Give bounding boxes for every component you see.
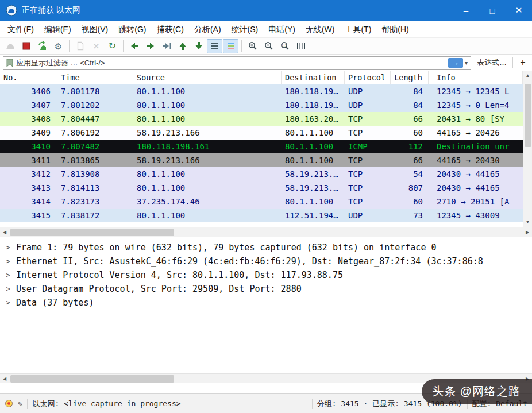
packet-cell: 80.1.1.100 (133, 112, 282, 126)
restart-capture-button[interactable] (34, 39, 50, 53)
packet-row[interactable]: 34107.807482180.118.198.16180.1.1.100ICM… (0, 140, 523, 153)
auto-scroll-button[interactable] (207, 39, 222, 53)
go-forward-button[interactable] (142, 39, 158, 53)
scrollbar-thumb[interactable] (525, 84, 531, 147)
edit-capture-comment-icon[interactable]: ✎ (18, 399, 22, 408)
add-filter-button[interactable]: + (516, 57, 529, 68)
packet-row[interactable]: 34137.81411380.1.1.10058.19.213.…TCP8072… (0, 181, 523, 195)
close-file-button[interactable]: ✕ (88, 39, 104, 53)
expression-button[interactable]: 表达式… (475, 57, 509, 68)
go-to-bottom-icon (194, 41, 204, 51)
column-header-length[interactable]: Length (391, 71, 429, 84)
menu-telephony[interactable]: 电话(Y) (263, 21, 300, 38)
zoom-in-icon (248, 41, 258, 51)
packet-cell: TCP (345, 153, 391, 167)
go-to-top-icon (178, 41, 188, 51)
packet-cell: 3411 (0, 153, 57, 167)
packet-cell: UDP (345, 98, 391, 112)
packet-row[interactable]: 34087.80444780.1.1.100180.163.20…TCP6620… (0, 112, 523, 126)
packet-list-vertical-scrollbar[interactable]: ▲ ▼ (523, 71, 532, 227)
packet-row[interactable]: 34067.80117880.1.1.100180.118.19…UDP8412… (0, 84, 523, 98)
packet-cell: 80.1.1.100 (133, 209, 282, 222)
open-file-button[interactable] (72, 39, 88, 53)
expand-chevron-icon[interactable]: > (0, 271, 16, 279)
display-filter-box: → ▾ (3, 56, 471, 70)
minimize-button[interactable]: – (453, 0, 479, 21)
packet-cell: 7.814113 (57, 181, 133, 195)
capture-options-button[interactable]: ⚙ (51, 39, 66, 53)
reload-button[interactable]: ↻ (105, 39, 120, 53)
go-to-top-button[interactable] (175, 39, 190, 53)
packet-cell: 7.823173 (57, 195, 133, 209)
colorize-packets-button[interactable] (223, 39, 238, 53)
watermark: 头条 @网络之路 (422, 379, 532, 404)
column-header-info[interactable]: Info (429, 71, 523, 84)
expert-info-icon[interactable] (5, 399, 13, 408)
menu-help[interactable]: 帮助(H) (376, 21, 414, 38)
packet-cell: 3408 (0, 112, 57, 126)
go-to-bottom-button[interactable] (191, 39, 206, 53)
packet-cell: 180.118.19… (282, 98, 345, 112)
packet-row[interactable]: 34097.80619258.19.213.16680.1.1.100TCP60… (0, 126, 523, 140)
bookmark-icon[interactable] (6, 59, 13, 67)
packet-list-horizontal-scrollbar[interactable]: ◀ ▶ (0, 227, 532, 237)
detail-line[interactable]: >Data (37 bytes) (0, 296, 532, 310)
packet-cell: 20430 → 44165 (429, 181, 523, 195)
packet-row[interactable]: 34117.81386558.19.213.16680.1.1.100TCP66… (0, 153, 523, 167)
zoom-out-icon (264, 41, 274, 51)
go-to-packet-button[interactable] (159, 39, 174, 53)
packet-cell: 37.235.174.46 (133, 195, 282, 209)
expand-chevron-icon[interactable]: > (0, 244, 16, 252)
detail-line[interactable]: >Frame 1: 79 bytes on wire (632 bits), 7… (0, 241, 532, 254)
menu-edit[interactable]: 编辑(E) (39, 21, 76, 38)
column-header-time[interactable]: Time (57, 71, 133, 84)
packet-cell: 84 (391, 84, 429, 98)
stop-capture-button[interactable] (18, 39, 34, 53)
menu-capture[interactable]: 捕获(C) (151, 21, 188, 38)
zoom-out-button[interactable] (261, 39, 276, 53)
scroll-right-icon[interactable]: ▶ (523, 230, 532, 235)
menu-go[interactable]: 跳转(G) (113, 21, 151, 38)
packet-row[interactable]: 34147.82317337.235.174.4680.1.1.100TCP60… (0, 195, 523, 209)
close-button[interactable]: ✕ (506, 0, 532, 21)
start-capture-button[interactable] (2, 39, 18, 53)
maximize-button[interactable]: □ (479, 0, 506, 21)
filter-dropdown-caret-icon[interactable]: ▾ (465, 60, 468, 66)
scroll-down-icon[interactable]: ▼ (523, 218, 532, 227)
detail-line[interactable]: >Internet Protocol Version 4, Src: 80.1.… (0, 268, 532, 282)
column-header-protocol[interactable]: Protocol (345, 71, 391, 84)
menu-view[interactable]: 视图(V) (76, 21, 114, 38)
apply-filter-icon[interactable]: → (448, 58, 463, 68)
menu-bar: 文件(F)编辑(E)视图(V)跳转(G)捕获(C)分析(A)统计(S)电话(Y)… (0, 21, 532, 38)
scrollbar-thumb[interactable] (10, 229, 174, 236)
packet-row[interactable]: 34077.80120280.1.1.100180.118.19…UDP8412… (0, 98, 523, 112)
expand-chevron-icon[interactable]: > (0, 299, 16, 307)
scroll-left-icon[interactable]: ◀ (0, 376, 9, 381)
filterbar-separator (512, 57, 513, 68)
packet-cell: ICMP (345, 140, 391, 153)
resize-columns-button[interactable] (293, 39, 309, 53)
menu-statistics[interactable]: 统计(S) (226, 21, 264, 38)
expand-chevron-icon[interactable]: > (0, 257, 16, 265)
expand-chevron-icon[interactable]: > (0, 285, 16, 293)
packet-cell: 80.1.1.100 (282, 140, 345, 153)
zoom-reset-button[interactable]: 1:1 (277, 39, 292, 53)
packet-row[interactable]: 34157.83817280.1.1.100112.51.194…UDP7312… (0, 209, 523, 222)
scroll-up-icon[interactable]: ▲ (523, 71, 532, 80)
zoom-in-button[interactable] (245, 39, 260, 53)
scroll-left-icon[interactable]: ◀ (0, 230, 9, 235)
menu-analyze[interactable]: 分析(A) (189, 21, 226, 38)
menu-tools[interactable]: 工具(T) (340, 21, 376, 38)
column-header-source[interactable]: Source (133, 71, 282, 84)
detail-line[interactable]: >Ethernet II, Src: AsustekC_46:f6:29 (4c… (0, 254, 532, 268)
go-back-button[interactable] (126, 39, 142, 53)
column-header-destination[interactable]: Destination (282, 71, 345, 84)
packet-row[interactable]: 34127.81390880.1.1.10058.19.213.…TCP5420… (0, 167, 523, 181)
detail-line[interactable]: >User Datagram Protocol, Src Port: 29509… (0, 282, 532, 296)
display-filter-input[interactable] (16, 59, 448, 67)
wireshark-logo-icon (6, 5, 17, 16)
column-header-no[interactable]: No. (0, 71, 57, 84)
scrollbar-thumb[interactable] (10, 375, 174, 383)
menu-file[interactable]: 文件(F) (2, 21, 39, 38)
menu-wireless[interactable]: 无线(W) (300, 21, 340, 38)
